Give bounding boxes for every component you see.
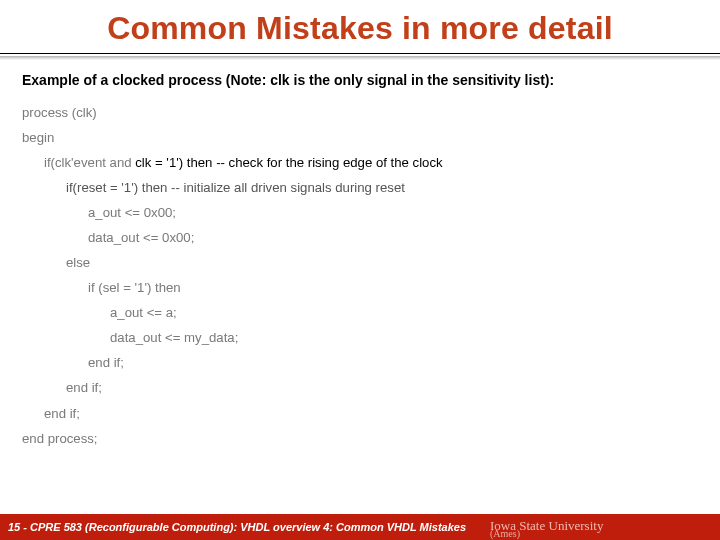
code-line: end if; xyxy=(22,350,698,375)
code-line: data_out <= my_data; xyxy=(22,325,698,350)
code-line: if(reset = '1') then -- initialize all d… xyxy=(22,175,698,200)
code-line: if(clk'event and clk = '1') then -- chec… xyxy=(22,150,698,175)
code-line: else xyxy=(22,250,698,275)
code-text: if(clk'event and xyxy=(44,155,135,170)
code-line: end if; xyxy=(22,375,698,400)
slide: Common Mistakes in more detail Example o… xyxy=(0,0,720,540)
code-line: end if; xyxy=(22,401,698,426)
code-block: Example of a clocked process (Note: clk … xyxy=(0,63,720,451)
code-line: end process; xyxy=(22,426,698,451)
slide-footer: 15 - CPRE 583 (Reconfigurable Computing)… xyxy=(0,514,720,540)
title-divider xyxy=(0,53,720,63)
code-line: a_out <= 0x00; xyxy=(22,200,698,225)
code-line: a_out <= a; xyxy=(22,300,698,325)
code-line: data_out <= 0x00; xyxy=(22,225,698,250)
footer-left-text: 15 - CPRE 583 (Reconfigurable Computing)… xyxy=(8,521,466,533)
code-line: if (sel = '1') then xyxy=(22,275,698,300)
code-heading: Example of a clocked process (Note: clk … xyxy=(22,67,698,94)
code-line: begin xyxy=(22,125,698,150)
code-line: process (clk) xyxy=(22,100,698,125)
footer-affiliation: Iowa State University (Ames) xyxy=(490,518,603,536)
footer-university-sub: (Ames) xyxy=(490,532,603,536)
code-comment: -- check for the rising edge of the cloc… xyxy=(212,155,442,170)
code-text: clk = '1') then xyxy=(135,155,212,170)
slide-title: Common Mistakes in more detail xyxy=(0,0,720,53)
